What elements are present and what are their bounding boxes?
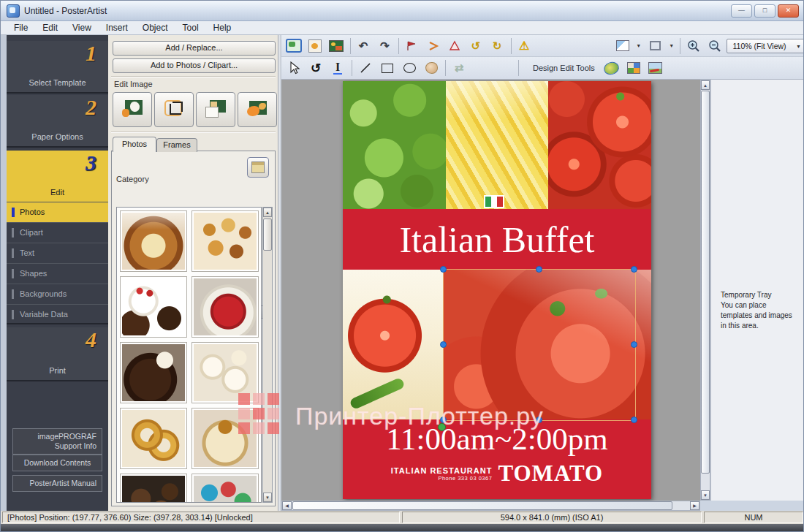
- poster-time-text[interactable]: 11:00am~2:00pm: [343, 421, 651, 457]
- rotate-right-button[interactable]: ↻: [488, 37, 506, 56]
- menu-insert[interactable]: Insert: [99, 22, 135, 34]
- step-1-select-template[interactable]: 1 Select Template: [7, 41, 108, 94]
- layout-edit-button[interactable]: [624, 58, 643, 77]
- photo-grid-scroll-thumb[interactable]: [263, 218, 272, 251]
- step-3-edit[interactable]: 3 Edit: [7, 151, 108, 202]
- insert-image-button[interactable]: [327, 37, 345, 56]
- sidebar-item-shapes[interactable]: Shapes: [7, 263, 108, 284]
- selection-handle-s[interactable]: [536, 417, 542, 423]
- poster-image-tomatoes[interactable]: [548, 81, 651, 209]
- thumbnail-chocolate-cake[interactable]: [120, 342, 187, 403]
- add-to-photos-clipart-button[interactable]: Add to Photos / Clipart...: [113, 58, 276, 73]
- view-mode-button[interactable]: [247, 157, 269, 178]
- poster-title-text[interactable]: Italian Buffet: [399, 218, 594, 261]
- rotate-tool-button[interactable]: ↺: [306, 58, 325, 77]
- thumbnail-strawberry-tart[interactable]: [191, 276, 259, 338]
- selection-handle-se[interactable]: [631, 417, 637, 423]
- selection-handle-w[interactable]: [440, 341, 447, 348]
- frame-tool-button[interactable]: [196, 92, 235, 127]
- photo-grid-scrollbar[interactable]: ▲ ▼: [262, 207, 273, 503]
- italian-flag-icon[interactable]: [484, 195, 504, 208]
- menu-view[interactable]: View: [65, 22, 99, 34]
- canvas-scroll-right-icon[interactable]: ▶: [690, 501, 699, 510]
- design-check-warning-button[interactable]: ⚠: [515, 37, 534, 56]
- line-color-dropdown-arrow-icon[interactable]: ▼: [669, 43, 674, 48]
- canvas-vscroll-thumb[interactable]: [701, 91, 710, 474]
- sidebar-item-variable-data[interactable]: Variable Data: [7, 304, 108, 324]
- cutout-tool-button[interactable]: [113, 92, 152, 127]
- photo-retouch-button[interactable]: [646, 58, 665, 77]
- photo-placeholder-tool-button[interactable]: [422, 58, 441, 77]
- posterartist-manual-button[interactable]: PosterArtist Manual: [12, 475, 102, 492]
- step-2-paper-options[interactable]: 2 Paper Options: [7, 95, 108, 148]
- zoom-in-button[interactable]: [684, 37, 702, 56]
- redo-button[interactable]: ↷: [376, 37, 394, 56]
- add-replace-button[interactable]: Add / Replace...: [113, 41, 276, 56]
- rotate-left-button[interactable]: ↺: [466, 37, 485, 56]
- menu-help[interactable]: Help: [206, 22, 239, 34]
- menu-file[interactable]: File: [7, 22, 35, 34]
- sidebar-item-backgrounds[interactable]: Backgrounds: [7, 284, 108, 304]
- design-canvas[interactable]: Italian Buffet 11:00am~2:00pm ITALIAN RE…: [281, 80, 700, 501]
- check-design-button[interactable]: [284, 37, 303, 56]
- poster-phone-text[interactable]: Phone 333 03 0367: [391, 475, 493, 482]
- maximize-button[interactable]: □: [754, 4, 775, 18]
- scroll-down-icon[interactable]: ▼: [263, 493, 272, 502]
- menu-edit[interactable]: Edit: [35, 22, 65, 34]
- poster-footer-band[interactable]: 11:00am~2:00pm ITALIAN RESTAURANT Phone …: [343, 419, 651, 499]
- thumbnail-canapes[interactable]: [191, 210, 259, 272]
- selection-handle-e[interactable]: [631, 341, 637, 348]
- poster-image-tomato-slices[interactable]: [443, 270, 651, 419]
- thumbnail-pancakes[interactable]: [120, 210, 187, 272]
- poster-image-tomato-and-pea[interactable]: [343, 270, 443, 419]
- selection-handle-sw[interactable]: [440, 417, 447, 423]
- flip-vertical-button[interactable]: [424, 37, 442, 56]
- selection-handle-n[interactable]: [536, 266, 542, 273]
- poster-canvas[interactable]: Italian Buffet 11:00am~2:00pm ITALIAN RE…: [343, 81, 651, 499]
- undo-button[interactable]: ↶: [354, 37, 372, 56]
- menu-tool[interactable]: Tool: [175, 22, 206, 34]
- fill-color-button[interactable]: [613, 37, 632, 56]
- minimize-button[interactable]: —: [731, 4, 752, 18]
- background-edit-button[interactable]: [602, 58, 621, 77]
- ellipse-tool-button[interactable]: [400, 58, 419, 77]
- thumbnail-wrapped-candies[interactable]: [191, 474, 259, 503]
- selection-handle-ne[interactable]: [631, 266, 637, 273]
- rotation-handle[interactable]: [438, 423, 446, 431]
- trimming-tool-button[interactable]: [154, 92, 194, 127]
- temporary-tray[interactable]: Temporary Tray You can place templates a…: [710, 80, 804, 501]
- flip-horizontal-button[interactable]: [403, 37, 421, 56]
- imageprograf-support-info-button[interactable]: imagePROGRAF Support Info: [12, 428, 102, 455]
- poster-image-penne-pasta[interactable]: [446, 81, 548, 209]
- sidebar-item-photos[interactable]: Photos: [7, 202, 108, 222]
- save-to-tray-button[interactable]: [306, 37, 324, 56]
- canvas-hscroll-thumb[interactable]: [292, 501, 672, 510]
- canvas-horizontal-scrollbar[interactable]: ◀ ▶: [281, 501, 700, 511]
- line-color-button[interactable]: [645, 37, 665, 56]
- poster-image-lettuce[interactable]: [343, 81, 446, 209]
- sidebar-item-text[interactable]: Text: [7, 243, 108, 263]
- poster-brand-text[interactable]: TOMATO: [498, 462, 603, 484]
- download-contents-button[interactable]: Download Contents: [12, 455, 102, 471]
- zoom-level-select[interactable]: 110% (Fit View) ▼: [727, 39, 804, 53]
- tab-frames[interactable]: Frames: [156, 138, 197, 152]
- mirror-button[interactable]: [445, 37, 463, 56]
- thumbnail-fried-rings[interactable]: [120, 408, 187, 469]
- effects-tool-button[interactable]: [238, 92, 277, 127]
- close-button[interactable]: ✕: [778, 4, 799, 18]
- step-4-print[interactable]: 4 Print: [7, 327, 108, 381]
- thumbnail-strawberry-cakes[interactable]: [120, 276, 187, 338]
- poster-title-band[interactable]: Italian Buffet: [343, 209, 651, 270]
- thumbnail-caramel-cheesecake[interactable]: [191, 408, 259, 469]
- text-tool-button[interactable]: I: [328, 58, 347, 77]
- menu-object[interactable]: Object: [135, 22, 175, 34]
- canvas-scroll-down-icon[interactable]: ▼: [701, 490, 710, 500]
- canvas-scroll-left-icon[interactable]: ◀: [282, 501, 292, 510]
- thumbnail-cream-swirl-cakes[interactable]: [191, 342, 259, 403]
- sidebar-item-clipart[interactable]: Clipart: [7, 222, 108, 243]
- zoom-out-button[interactable]: [705, 37, 724, 56]
- select-tool-button[interactable]: [284, 58, 303, 77]
- line-tool-button[interactable]: [356, 58, 375, 77]
- tab-photos[interactable]: Photos: [113, 137, 156, 152]
- poster-restaurant-text[interactable]: ITALIAN RESTAURANT: [391, 466, 493, 475]
